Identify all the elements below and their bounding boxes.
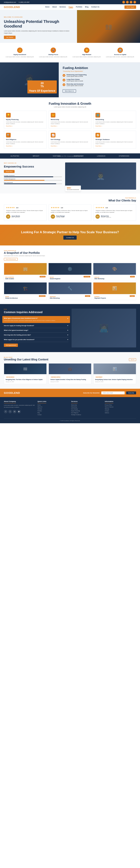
youtube-icon[interactable]: y (133, 1, 136, 3)
footer-service-6[interactable]: Strategic Guidance (71, 414, 102, 415)
testimonial-3-text: "Praesent volutpat condimentum libero. A… (95, 210, 134, 213)
blog-post-2[interactable]: 💼 Venture Capital Venture Capital Unveil… (49, 363, 91, 384)
footer-grid: About Company Lorem ipsum dolor sit amet… (4, 400, 136, 416)
fueling-num-1: 01 (63, 74, 65, 77)
portfolio-item-6[interactable]: 📊 Business Projects Daymark Projects (93, 282, 136, 300)
footer-quicklinks-list: Home About Us Services Portfolio Blog Co… (38, 404, 69, 415)
subscribe-button[interactable]: Subscribe (126, 392, 136, 394)
nav-home[interactable]: Home (45, 6, 49, 8)
subscribe-input[interactable] (101, 392, 125, 394)
footer-info-5[interactable]: Address (105, 412, 136, 413)
footer-twitter-icon[interactable]: t (8, 410, 12, 413)
cta-banner-button[interactable]: Contact Us (63, 236, 77, 240)
footer-info-2[interactable]: Terms of Service (105, 406, 136, 407)
footer-quicklink-3[interactable]: Services (38, 408, 69, 409)
testimonial-2-text: "Praesent volutpat condimentum libero. A… (51, 210, 89, 213)
portfolio-item-4[interactable]: 🏗️ Design Architecture Global Architectu… (4, 282, 47, 300)
nav-pages[interactable]: Pages (69, 6, 73, 8)
innovation-subtitle: Lorem ipsum dolor sit amet consectetur a… (4, 106, 136, 107)
footer-facebook-icon[interactable]: f (4, 410, 7, 413)
nav-portfolio[interactable]: Portfolio (76, 6, 82, 8)
faq-question-1: What types of businesses does Goodlend i… (4, 317, 68, 319)
fueling-image: 👩‍💼 20 Th Years Of Experience (0, 62, 59, 97)
portfolio-item-5[interactable]: 🔧 Workshop Creative Dillo Workshop (48, 282, 91, 300)
faq-item-5[interactable]: What support do you provide after invest… (4, 337, 68, 342)
footer-quicklink-5[interactable]: Blog (38, 412, 69, 413)
logo[interactable]: GOODLEND (4, 6, 20, 8)
service-readmore-3[interactable]: Read More + (95, 125, 134, 127)
faq-item-1[interactable]: What types of businesses does Goodlend i… (2, 316, 70, 323)
social-icons: f t in y (122, 1, 136, 3)
fueling-badge-suffix: Th (29, 85, 55, 88)
footer-info-4[interactable]: Contact (105, 410, 136, 411)
fueling-cta-button[interactable]: More About Us (63, 89, 76, 93)
footer-service-4[interactable]: Equity Financing (71, 410, 102, 411)
service-desc-1: Lorem ipsum dolor sit amet, consectetur … (6, 121, 45, 125)
empowering-cta-button[interactable]: Read More (4, 170, 15, 173)
footer-service-1[interactable]: Mentorship (71, 404, 102, 406)
blog-see-all-button[interactable]: See All (129, 358, 136, 361)
bar-portfolio-track (4, 180, 62, 181)
hero-section: WELCOME TO GOODLEND Unleashing Potential… (0, 10, 140, 43)
nav-services[interactable]: Services (60, 6, 66, 8)
nav-contact[interactable]: Contact Us (91, 6, 99, 8)
footer-quicklink-6[interactable]: Contact (38, 414, 69, 415)
footer-about-desc: Lorem ipsum dolor sit amet, consectetur … (4, 404, 35, 408)
blog-post-1[interactable]: 📰 Due Diligence Navigating Risk: The Rol… (4, 363, 47, 384)
footer-quicklink-1[interactable]: Home (38, 404, 69, 406)
cta-banner-heading: Looking For A Strategic Partner to Help … (4, 230, 136, 234)
testimonial-2-name: Paula Ranger (56, 215, 65, 217)
footer-quicklink-4[interactable]: Portfolio (38, 410, 69, 411)
footer-service-5[interactable]: Due Diligence (71, 412, 102, 413)
hero-cta-button[interactable]: Get Started (4, 36, 16, 39)
partner-1: ALPHATEC (10, 155, 19, 157)
footer-service-3[interactable]: Exit Strategy (71, 408, 102, 409)
footer-info-3[interactable]: Sitemap (105, 408, 136, 409)
faq-item-2[interactable]: How do I apply for funding through Goodl… (4, 323, 68, 328)
testimonial-3-name: Michael Kim (101, 215, 111, 217)
bar-strategic: Strategic Investment (4, 175, 62, 177)
portfolio-item-3[interactable]: 🎨 Popular Design Dillo Workshop (93, 263, 136, 281)
nav-cta-button[interactable]: Get In Touch (124, 5, 136, 9)
bar-strategic-label: Strategic Investment (4, 175, 62, 176)
service-readmore-1[interactable]: Read More + (6, 125, 45, 127)
blog-title: Unveiling Our Latest Blog Content (4, 358, 48, 361)
fueling-heading: Fueling Ambition (63, 66, 136, 70)
partner-4: BARRISTER (74, 155, 84, 157)
faq-item-3[interactable]: What is the typical investment range? ▼ (4, 328, 68, 333)
feature-reward-desc: Lorem ipsum dolor sit amet, consectetur … (72, 56, 101, 58)
portfolio-item-1[interactable]: 🏢 Skills Creative Marketing Adib Creativ… (4, 263, 47, 281)
service-title-6: Strategic Guidance (95, 138, 134, 141)
footer-linkedin-icon[interactable]: in (13, 410, 16, 413)
nav-blog[interactable]: Blog (85, 6, 89, 8)
fueling-text-2: Long-Term Vision Lorem ipsum dolor sit a… (67, 79, 83, 82)
testimonial-3-role: Director, Capital Co (101, 217, 111, 218)
blog-post-3[interactable]: 📊 Investment Demystifying Venture Asia: … (93, 363, 136, 384)
linkedin-icon[interactable]: in (130, 1, 133, 3)
footer-quicklink-2[interactable]: About Us (38, 406, 69, 407)
service-readmore-2[interactable]: Read More + (51, 125, 89, 127)
footer-service-2[interactable]: Networking (71, 406, 102, 407)
fueling-tagline: "Connecting You to Opportunities" (63, 70, 136, 72)
facebook-icon[interactable]: f (122, 1, 125, 3)
fueling-item-1: 01 Embracing and Supporting Lorem ipsum … (63, 74, 136, 77)
portfolio-view-all-button[interactable]: View All Businesses (4, 258, 18, 260)
faq-cta-button[interactable]: Get Appointment (4, 344, 18, 347)
testimonial-3-info: Michael Kim Director, Capital Co (101, 215, 111, 218)
feature-startup: 🚀 Startup Focus Lorem ipsum dolor sit am… (37, 46, 69, 59)
service-readmore-5[interactable]: Read More + (51, 146, 89, 147)
service-readmore-6[interactable]: Read More + (95, 146, 134, 147)
footer-logo[interactable]: GOODLEND (4, 392, 20, 394)
footer-about-col: About Company Lorem ipsum dolor sit amet… (4, 400, 35, 416)
footer-info-1[interactable]: Privacy Policy (105, 404, 136, 406)
portfolio-badge-1: Marketing (40, 276, 46, 277)
faq-item-4[interactable]: How long does the funding process take? … (4, 333, 68, 337)
footer-youtube-icon[interactable]: ▶ (17, 410, 21, 413)
nav-about[interactable]: About (52, 6, 57, 8)
service-readmore-4[interactable]: Read More + (6, 146, 45, 147)
hero-image-placeholder: 👥 (77, 10, 140, 43)
portfolio-item-2[interactable]: ⚙️ Recent Technology Savant Engineer (48, 263, 91, 281)
portfolio-info-2: Recent Technology Savant Engineer (49, 275, 91, 281)
twitter-icon[interactable]: t (126, 1, 129, 3)
portfolio-badge-3: Design (130, 276, 135, 277)
